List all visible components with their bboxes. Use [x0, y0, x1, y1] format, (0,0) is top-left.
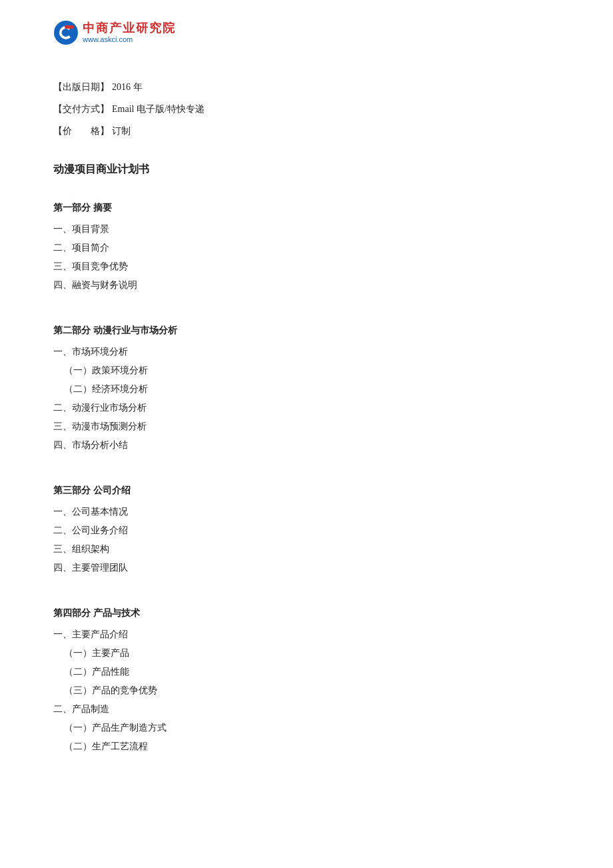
toc-part-1: 第二部分 动漫行业与市场分析一、市场环境分析（一）政策环境分析（二）经济环境分析… [53, 321, 560, 465]
toc-part-title-0: 第一部分 摘要 [53, 199, 560, 217]
toc-item-0-1: 二、项目简介 [53, 239, 560, 257]
toc-item-2-2: 三、组织架构 [53, 540, 560, 559]
toc-item-3-0: 一、主要产品介绍 [53, 625, 560, 644]
toc-item-0-2: 三、项目竞争优势 [53, 257, 560, 276]
toc-item-3-1: （一）主要产品 [53, 644, 560, 663]
toc-item-3-3: （三）产品的竞争优势 [53, 681, 560, 700]
info-section: 【出版日期】 2016 年 【交付方式】 Email 电子版/特快专递 【价 格… [53, 79, 560, 140]
toc-item-3-4: 二、产品制造 [53, 700, 560, 719]
logo-sub-text: www.askci.com [83, 35, 176, 44]
toc-item-1-0: 一、市场环境分析 [53, 343, 560, 361]
toc-item-2-0: 一、公司基本情况 [53, 503, 560, 521]
toc-section: 第一部分 摘要一、项目背景二、项目简介三、项目竞争优势四、融资与财务说明第二部分… [53, 199, 560, 767]
delivery-label: 【交付方式】 [53, 101, 109, 117]
svg-rect-1 [65, 25, 74, 29]
toc-item-3-6: （二）生产工艺流程 [53, 737, 560, 756]
toc-part-title-3: 第四部分 产品与技术 [53, 604, 560, 623]
header: 中商产业研究院 www.askci.com [53, 20, 560, 52]
price-value: 订制 [112, 123, 131, 139]
toc-item-2-3: 四、主要管理团队 [53, 559, 560, 577]
logo-text-block: 中商产业研究院 www.askci.com [83, 21, 176, 45]
svg-point-0 [54, 21, 78, 45]
toc-item-3-5: （一）产品生产制造方式 [53, 719, 560, 737]
price-label: 【价 格】 [53, 123, 109, 139]
publish-value: 2016 年 [112, 79, 143, 95]
logo-icon [53, 20, 79, 45]
toc-item-1-4: 三、动漫市场预测分析 [53, 417, 560, 436]
toc-part-title-2: 第三部分 公司介绍 [53, 481, 560, 500]
toc-item-3-2: （二）产品性能 [53, 663, 560, 681]
toc-part-3: 第四部分 产品与技术一、主要产品介绍（一）主要产品（二）产品性能（三）产品的竞争… [53, 604, 560, 767]
logo-container: 中商产业研究院 www.askci.com [53, 20, 176, 45]
toc-item-0-0: 一、项目背景 [53, 220, 560, 239]
logo-main-text: 中商产业研究院 [83, 21, 176, 36]
toc-part-2: 第三部分 公司介绍一、公司基本情况二、公司业务介绍三、组织架构四、主要管理团队 [53, 481, 560, 588]
publish-label: 【出版日期】 [53, 79, 109, 95]
publish-row: 【出版日期】 2016 年 [53, 79, 560, 95]
toc-item-1-5: 四、市场分析小结 [53, 436, 560, 455]
toc-item-1-2: （二）经济环境分析 [53, 380, 560, 399]
toc-item-1-3: 二、动漫行业市场分析 [53, 399, 560, 417]
toc-part-0: 第一部分 摘要一、项目背景二、项目简介三、项目竞争优势四、融资与财务说明 [53, 199, 560, 305]
toc-part-title-1: 第二部分 动漫行业与市场分析 [53, 321, 560, 340]
delivery-row: 【交付方式】 Email 电子版/特快专递 [53, 101, 560, 117]
delivery-value: Email 电子版/特快专递 [112, 101, 205, 117]
toc-item-1-1: （一）政策环境分析 [53, 361, 560, 380]
toc-item-2-1: 二、公司业务介绍 [53, 521, 560, 540]
toc-item-0-3: 四、融资与财务说明 [53, 276, 560, 295]
doc-title: 动漫项目商业计划书 [53, 160, 560, 179]
price-row: 【价 格】 订制 [53, 123, 560, 139]
